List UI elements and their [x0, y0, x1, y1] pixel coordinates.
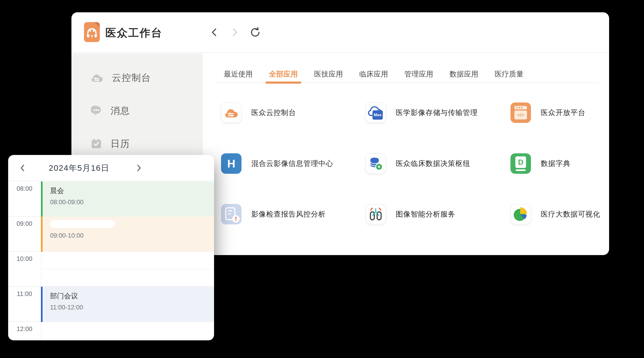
app-name: 医众临床数据决策枢纽: [396, 159, 470, 169]
event-time: 11:00-12:00: [50, 304, 214, 311]
tab-data-apps[interactable]: 数据应用: [450, 66, 478, 82]
app-title: 医众工作台: [106, 26, 162, 40]
forward-icon: [230, 27, 240, 37]
event-title: 部门会议: [50, 291, 214, 301]
event-department-meeting[interactable]: 部门会议 11:00-12:00: [41, 287, 214, 322]
app-big-data-visualization[interactable]: 医疗大数据可视化: [510, 202, 600, 226]
letter-h-icon: H: [221, 153, 242, 174]
sidebar-item-label: 云控制台: [112, 71, 151, 84]
app-report-risk-analysis[interactable]: ! 影像检查报告风控分析: [221, 202, 326, 226]
back-button[interactable]: [208, 26, 220, 38]
database-plus-icon: [366, 153, 386, 174]
tab-all-apps[interactable]: 全部应用: [269, 66, 298, 82]
letter-d-glyph: D: [515, 156, 526, 168]
code-glyph: </>: [514, 111, 527, 119]
app-image-ai-analysis[interactable]: 图像智能分析服务: [366, 202, 455, 226]
calendar-panel: 2024年5月16日 08:00 09:00 10:00 11:00 12:00…: [8, 155, 214, 340]
hour-row-10: 10:00: [8, 252, 214, 287]
calendar-icon: [91, 138, 102, 149]
event-redacted[interactable]: 09:00-10:00: [41, 216, 214, 252]
hour-row-12: 12:00: [8, 322, 214, 340]
calendar-date: 2024年5月16日: [8, 155, 150, 181]
app-medical-image-storage[interactable]: Mas 医学影像存储与传输管理: [366, 101, 478, 124]
time-label: 11:00: [8, 290, 41, 298]
app-name: 医疗大数据可视化: [541, 209, 600, 219]
app-name: 医众云控制台: [251, 108, 296, 118]
window-header: 医众工作台: [72, 12, 609, 53]
app-name: 医学影像存储与传输管理: [396, 108, 478, 118]
browser-bar: [514, 106, 527, 109]
sidebar-item-messages[interactable]: 消息: [72, 94, 203, 127]
event-morning-meeting[interactable]: 晨会 08:00-09:00: [41, 181, 214, 216]
time-label: 09:00: [8, 220, 41, 227]
event-time: 08:00-09:00: [50, 199, 214, 206]
mas-badge: Mas: [372, 110, 383, 120]
cloud-mas-icon: Mas: [366, 102, 386, 123]
app-category-tabs: 最近使用 全部应用 医技应用 临床应用 管理应用 数据应用 医疗质量: [214, 66, 598, 83]
tab-clinical-apps[interactable]: 临床应用: [359, 66, 388, 82]
calendar-day-view: 08:00 09:00 10:00 11:00 12:00 晨会 08:00-0…: [8, 181, 214, 340]
event-time: 09:00-10:00: [50, 232, 214, 239]
cloud-sliders-icon: [221, 102, 242, 123]
app-logo-icon: [84, 22, 100, 42]
app-name: 影像检查报告风控分析: [251, 209, 326, 219]
app-data-dictionary[interactable]: D 数据字典: [510, 152, 570, 175]
sidebar-item-label: 消息: [110, 104, 130, 117]
app-clinical-data-hub[interactable]: 医众临床数据决策枢纽: [366, 152, 470, 175]
time-label: 08:00: [8, 185, 41, 192]
chevron-right-icon: [136, 164, 142, 172]
back-icon: [210, 27, 219, 37]
lungs-icon: [366, 204, 386, 224]
app-open-platform[interactable]: </> 医众开放平台: [510, 101, 585, 124]
time-label: 10:00: [8, 255, 41, 263]
app-cloud-console[interactable]: 医众云控制台: [221, 101, 296, 124]
alert-badge: !: [232, 215, 240, 222]
tab-management-apps[interactable]: 管理应用: [404, 66, 433, 82]
refresh-button[interactable]: [249, 26, 261, 38]
dictionary-icon: D: [510, 153, 531, 174]
forward-button[interactable]: [229, 26, 241, 38]
app-name: 混合云影像信息管理中心: [251, 159, 333, 169]
redacted-title-pill: [50, 220, 115, 228]
tab-medtech-apps[interactable]: 医技应用: [314, 66, 343, 82]
event-title: 晨会: [50, 186, 214, 196]
calendar-header: 2024年5月16日: [8, 155, 214, 181]
code-window-icon: </>: [510, 102, 531, 123]
app-name: 医众开放平台: [541, 108, 585, 118]
sidebar-item-cloud-console[interactable]: 云控制台: [72, 61, 203, 94]
app-name: 数据字典: [541, 159, 570, 169]
time-label: 12:00: [8, 326, 41, 333]
pie-chart-icon: [510, 204, 531, 224]
report-alert-icon: !: [221, 204, 242, 224]
app-hybrid-cloud-imaging[interactable]: H 混合云影像信息管理中心: [221, 152, 333, 175]
sidebar-item-label: 日历: [110, 137, 130, 150]
refresh-icon: [250, 27, 261, 38]
message-icon: [91, 105, 102, 116]
tab-medical-quality[interactable]: 医疗质量: [495, 66, 524, 82]
tab-recent[interactable]: 最近使用: [224, 66, 253, 82]
cloud-console-icon: [91, 72, 103, 83]
calendar-next-button[interactable]: [133, 162, 145, 174]
app-name: 图像智能分析服务: [396, 209, 455, 219]
